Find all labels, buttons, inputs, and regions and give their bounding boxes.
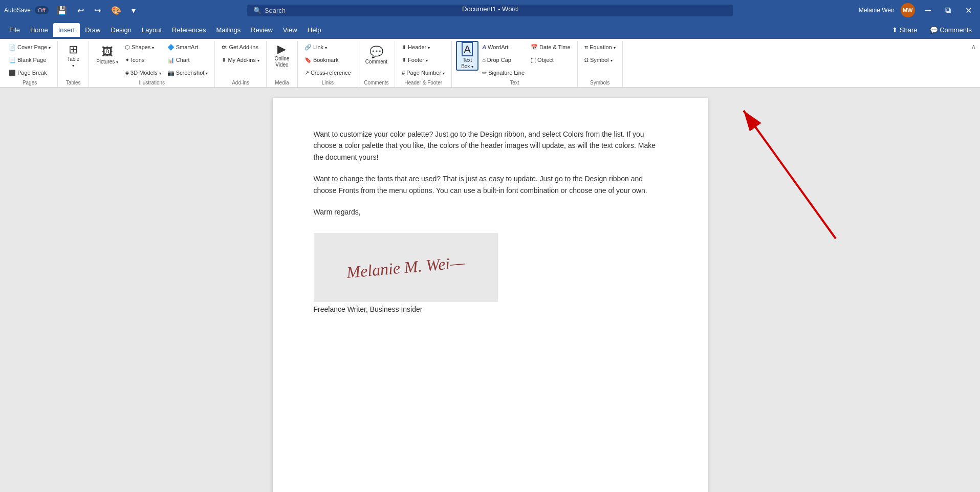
symbol-button[interactable]: Ω Symbol ▾ bbox=[582, 54, 618, 66]
screenshot-icon: 📷 bbox=[167, 70, 175, 76]
footer-button[interactable]: ⬇ Footer ▾ bbox=[399, 54, 447, 66]
text-box-button[interactable]: A TextBox ▾ bbox=[456, 41, 478, 71]
equation-button[interactable]: π Equation ▾ bbox=[582, 41, 618, 53]
signature-area: Melanie M. Wei— Freelance Writer, Busine… bbox=[314, 233, 667, 313]
ribbon-group-comments: 💬 Comment Comments bbox=[358, 41, 395, 87]
drop-cap-button[interactable]: ⌂ Drop Cap bbox=[480, 54, 527, 66]
redo-button[interactable]: ↪ bbox=[90, 4, 105, 17]
chart-button[interactable]: 📊 Chart bbox=[165, 54, 211, 66]
my-addins-button[interactable]: ⬇ My Add-ins ▾ bbox=[219, 54, 262, 66]
pages-label: Pages bbox=[6, 79, 53, 87]
signature-line-button[interactable]: ✏ Signature Line bbox=[480, 67, 527, 79]
date-time-icon: 📅 bbox=[531, 44, 538, 51]
menu-review[interactable]: Review bbox=[246, 23, 278, 37]
page-number-button[interactable]: # Page Number ▾ bbox=[399, 67, 447, 79]
symbols-col: π Equation ▾ Ω Symbol ▾ bbox=[582, 41, 618, 66]
symbols-group-content: π Equation ▾ Ω Symbol ▾ bbox=[582, 41, 618, 79]
cover-page-icon: 📄 bbox=[9, 44, 16, 51]
ribbon-group-tables: ⊞ Table ▾ Tables bbox=[58, 41, 89, 87]
links-col: 🔗 Link ▾ 🔖 Bookmark ↗ Cross-reference bbox=[302, 41, 354, 79]
paragraph-3: Warm regards, bbox=[314, 206, 667, 218]
illustrations-col: ⬡ Shapes ▾ ✦ Icons ◈ 3D Models ▾ bbox=[122, 41, 164, 79]
link-button[interactable]: 🔗 Link ▾ bbox=[302, 41, 354, 53]
shapes-button[interactable]: ⬡ Shapes ▾ bbox=[122, 41, 164, 53]
signature-image: Melanie M. Wei— bbox=[314, 233, 498, 302]
3d-models-button[interactable]: ◈ 3D Models ▾ bbox=[122, 67, 164, 79]
3d-models-icon: ◈ bbox=[125, 70, 129, 76]
menu-view[interactable]: View bbox=[278, 23, 302, 37]
smartart-button[interactable]: 🔷 SmartArt bbox=[165, 41, 211, 53]
close-button[interactable]: ✕ bbox=[961, 4, 976, 17]
page-break-button[interactable]: ⬛ Page Break bbox=[6, 67, 53, 79]
comments-group-content: 💬 Comment bbox=[362, 41, 390, 79]
comment-button[interactable]: 💬 Comment bbox=[362, 41, 390, 71]
comments-button[interactable]: 💬 Comments bbox=[926, 24, 976, 36]
wordart-button[interactable]: A WordArt bbox=[480, 41, 527, 53]
screenshot-button[interactable]: 📷 Screenshot ▾ bbox=[165, 67, 211, 79]
menu-design[interactable]: Design bbox=[106, 23, 137, 37]
menu-mailings[interactable]: Mailings bbox=[211, 23, 246, 37]
text-col: A WordArt ⌂ Drop Cap ✏ Signature Line bbox=[480, 41, 527, 79]
restore-button[interactable]: ⧉ bbox=[941, 4, 955, 17]
page-break-icon: ⬛ bbox=[9, 70, 16, 76]
designer-button[interactable]: 🎨 bbox=[107, 4, 125, 17]
header-footer-group-content: ⬆ Header ▾ ⬇ Footer ▾ # Page Number ▾ bbox=[399, 41, 447, 79]
table-button[interactable]: ⊞ Table ▾ bbox=[62, 41, 84, 71]
minimize-button[interactable]: ─ bbox=[921, 4, 935, 17]
blank-page-button[interactable]: 📃 Blank Page bbox=[6, 54, 53, 66]
menu-help[interactable]: Help bbox=[302, 23, 326, 37]
icons-button[interactable]: ✦ Icons bbox=[122, 54, 164, 66]
undo-button[interactable]: ↩ bbox=[73, 4, 88, 17]
ribbon-group-text: A TextBox ▾ A WordArt ⌂ Drop Cap ✏ Signa… bbox=[452, 41, 577, 87]
share-button[interactable]: ⬆ Share bbox=[888, 24, 921, 36]
tables-label: Tables bbox=[62, 79, 84, 87]
text-group-content: A TextBox ▾ A WordArt ⌂ Drop Cap ✏ Signa… bbox=[456, 41, 573, 79]
text-col2: 📅 Date & Time ⬚ Object bbox=[528, 41, 573, 66]
shapes-icon: ⬡ bbox=[125, 44, 130, 51]
addins-group-content: 🛍 Get Add-ins ⬇ My Add-ins ▾ bbox=[219, 41, 262, 79]
object-button[interactable]: ⬚ Object bbox=[528, 54, 573, 66]
page-number-icon: # bbox=[402, 70, 405, 76]
app-title: Document1 - Word bbox=[462, 5, 518, 13]
links-group-content: 🔗 Link ▾ 🔖 Bookmark ↗ Cross-reference bbox=[302, 41, 354, 79]
collapse-ribbon-button[interactable]: ∧ bbox=[971, 43, 976, 50]
pictures-button[interactable]: 🖼 Pictures ▾ bbox=[93, 41, 121, 71]
menu-home[interactable]: Home bbox=[25, 23, 53, 37]
get-addins-icon: 🛍 bbox=[222, 44, 227, 50]
header-button[interactable]: ⬆ Header ▾ bbox=[399, 41, 447, 53]
menu-insert[interactable]: Insert bbox=[53, 23, 80, 37]
save-button[interactable]: 💾 bbox=[53, 4, 71, 17]
menu-draw[interactable]: Draw bbox=[80, 23, 105, 37]
smartart-icon: 🔷 bbox=[167, 44, 175, 51]
date-time-button[interactable]: 📅 Date & Time bbox=[528, 41, 573, 53]
links-label: Links bbox=[302, 79, 354, 87]
paragraph-1: Want to customize your color palette? Ju… bbox=[314, 129, 667, 163]
addins-label: Add-ins bbox=[219, 79, 262, 87]
object-icon: ⬚ bbox=[531, 57, 536, 63]
online-video-button[interactable]: ▶ OnlineVideo bbox=[271, 41, 293, 71]
ribbon-group-links: 🔗 Link ▾ 🔖 Bookmark ↗ Cross-reference Li… bbox=[298, 41, 358, 87]
menu-references[interactable]: References bbox=[167, 23, 211, 37]
pages-group-content: 📄 Cover Page ▾ 📃 Blank Page ⬛ Page Break bbox=[6, 41, 53, 79]
header-icon: ⬆ bbox=[402, 44, 406, 51]
document-page[interactable]: Want to customize your color palette? Ju… bbox=[273, 98, 708, 492]
customize-button[interactable]: ▾ bbox=[127, 4, 140, 17]
comment-icon: 💬 bbox=[369, 47, 383, 58]
user-avatar[interactable]: MW bbox=[901, 3, 915, 17]
ribbon-group-header-footer: ⬆ Header ▾ ⬇ Footer ▾ # Page Number ▾ He… bbox=[395, 41, 452, 87]
cross-reference-icon: ↗ bbox=[304, 70, 309, 76]
cover-page-button[interactable]: 📄 Cover Page ▾ bbox=[6, 41, 53, 53]
menu-file[interactable]: File bbox=[4, 23, 25, 37]
bookmark-button[interactable]: 🔖 Bookmark bbox=[302, 54, 354, 66]
get-addins-button[interactable]: 🛍 Get Add-ins bbox=[219, 41, 262, 53]
text-box-icon: A bbox=[462, 42, 472, 56]
red-arrow-annotation bbox=[713, 95, 856, 244]
cross-reference-button[interactable]: ↗ Cross-reference bbox=[302, 67, 354, 79]
media-label: Media bbox=[271, 79, 293, 87]
autosave-label: AutoSave bbox=[4, 7, 31, 14]
tables-group-content: ⊞ Table ▾ bbox=[62, 41, 84, 79]
menu-layout[interactable]: Layout bbox=[137, 23, 167, 37]
chart-icon: 📊 bbox=[167, 57, 175, 63]
autosave-toggle[interactable]: Off bbox=[35, 6, 48, 14]
freelance-label: Freelance Writer, Business Insider bbox=[314, 305, 667, 313]
